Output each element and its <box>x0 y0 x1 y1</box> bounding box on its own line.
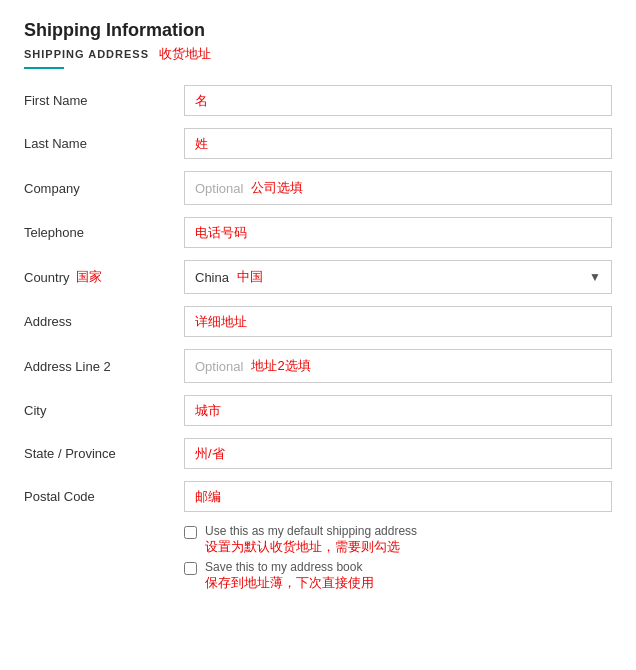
company-input[interactable]: Optional 公司选填 <box>184 171 612 205</box>
page-title: Shipping Information <box>24 20 612 41</box>
company-row: Company Optional 公司选填 <box>24 171 612 205</box>
country-row: Country 国家 China 中国 ▼ <box>24 260 612 294</box>
default-address-label-en: Use this as my default shipping address <box>205 524 417 538</box>
country-value-en: China <box>195 270 229 285</box>
address2-placeholder-cn: 地址2选填 <box>251 357 310 375</box>
state-label: State / Province <box>24 446 116 461</box>
default-address-row: Use this as my default shipping address … <box>184 524 612 556</box>
default-address-checkbox[interactable] <box>184 526 197 539</box>
section-label-en: SHIPPING ADDRESS <box>24 48 149 60</box>
section-divider <box>24 67 64 69</box>
last-name-label: Last Name <box>24 136 87 151</box>
country-select[interactable]: China 中国 ▼ <box>184 260 612 294</box>
first-name-label: First Name <box>24 93 88 108</box>
save-address-checkbox[interactable] <box>184 562 197 575</box>
city-row: City <box>24 395 612 426</box>
company-placeholder-en: Optional <box>195 181 243 196</box>
address-row: Address <box>24 306 612 337</box>
save-address-label-en: Save this to my address book <box>205 560 374 574</box>
company-label: Company <box>24 181 80 196</box>
telephone-row: Telephone <box>24 217 612 248</box>
postal-row: Postal Code <box>24 481 612 512</box>
country-label-cn: 国家 <box>76 268 102 286</box>
company-placeholder-cn: 公司选填 <box>251 179 303 197</box>
state-row: State / Province <box>24 438 612 469</box>
postal-label: Postal Code <box>24 489 95 504</box>
telephone-input[interactable] <box>184 217 612 248</box>
country-value-cn: 中国 <box>237 268 263 286</box>
save-address-row: Save this to my address book 保存到地址薄，下次直接… <box>184 560 612 592</box>
city-label: City <box>24 403 46 418</box>
last-name-input[interactable] <box>184 128 612 159</box>
postal-input[interactable] <box>184 481 612 512</box>
address2-row: Address Line 2 Optional 地址2选填 <box>24 349 612 383</box>
section-label-cn: 收货地址 <box>159 45 211 63</box>
address2-input[interactable]: Optional 地址2选填 <box>184 349 612 383</box>
first-name-row: First Name <box>24 85 612 116</box>
state-input[interactable] <box>184 438 612 469</box>
address2-label: Address Line 2 <box>24 359 111 374</box>
address-label: Address <box>24 314 72 329</box>
chevron-down-icon: ▼ <box>589 270 601 284</box>
country-label-en: Country <box>24 270 70 285</box>
address-input[interactable] <box>184 306 612 337</box>
telephone-label: Telephone <box>24 225 84 240</box>
address2-placeholder-en: Optional <box>195 359 243 374</box>
checkbox-section: Use this as my default shipping address … <box>184 524 612 592</box>
save-address-label-cn: 保存到地址薄，下次直接使用 <box>205 574 374 592</box>
city-input[interactable] <box>184 395 612 426</box>
last-name-row: Last Name <box>24 128 612 159</box>
first-name-input[interactable] <box>184 85 612 116</box>
default-address-label-cn: 设置为默认收货地址，需要则勾选 <box>205 538 417 556</box>
